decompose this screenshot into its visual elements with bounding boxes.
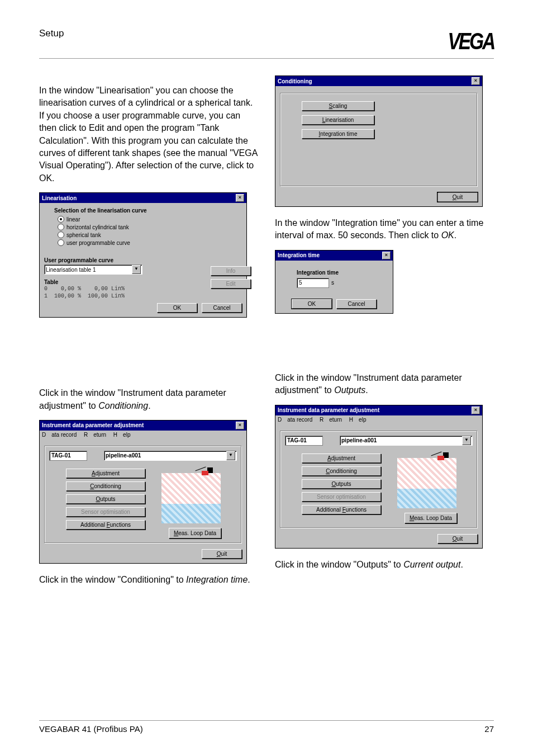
menu-data-record[interactable]: Data record [42,432,77,438]
close-icon[interactable]: × [472,407,480,414]
sensor-icon [439,452,449,462]
menu-help[interactable]: Help [349,417,367,423]
window-title: Instrument data parameter adjustment [278,407,379,413]
sensor-opt-button: Sensor optimisation [302,492,381,502]
footer-product: VEGABAR 41 (Profibus PA) [39,724,143,734]
close-icon[interactable]: × [382,252,391,259]
quit-button[interactable]: Quit [202,549,242,559]
paragraph-integ-time: In the window "Integration time" you can… [275,217,494,242]
outputs-button[interactable]: Outputs [66,494,145,504]
chevron-down-icon[interactable]: ▼ [226,451,235,460]
window-instr-param-left: Instrument data parameter adjustment × D… [39,420,247,564]
sensor-opt-button: Sensor optimisation [66,507,145,517]
group-title: Selection of the linearisation curve [54,207,205,214]
quit-button[interactable]: Quit [437,534,478,544]
radio-label: linear [66,216,80,223]
seconds-unit: s [331,280,334,286]
page-section-title: Setup [39,28,64,39]
page-number: 27 [484,724,494,734]
window-instr-param-right: Instrument data parameter adjustment × D… [275,405,483,549]
menubar: Data record Return Help [40,431,246,439]
radio-label: horizontal cylindrical tank [66,224,129,230]
menu-return[interactable]: Return [320,417,342,423]
menu-return[interactable]: Return [84,432,106,438]
linearisation-button[interactable]: Linearisation [302,115,374,125]
close-icon[interactable]: × [472,77,480,85]
meas-loop-data-button[interactable]: Meas. Loop Data [404,513,457,523]
tank-graphic [161,471,229,523]
close-icon[interactable]: × [236,194,244,202]
adjustment-button[interactable]: Adjustment [302,453,381,463]
additional-functions-button[interactable]: Additional Functions [302,505,381,514]
tag-value-dropdown[interactable]: pipeline-a001 ▼ [104,451,237,461]
integration-time-button[interactable]: Integration time [302,129,374,139]
window-conditioning: Conditioning × Scaling Linearisation Int… [275,75,483,207]
menu-data-record[interactable]: Data record [278,417,312,423]
ok-button[interactable]: OK [292,299,332,309]
adjustment-button[interactable]: Adjustment [66,469,145,478]
window-title: Integration time [278,252,320,258]
quit-button[interactable]: Quit [437,192,478,202]
meas-loop-data-button[interactable]: Meas. Loop Data [169,528,221,538]
paragraph-click-current-output: Click in the window "Outputs" to Current… [275,559,494,571]
dropdown-value: pipeline-a001 [341,437,377,443]
paragraph-click-conditioning: Click in the window "Instrument data par… [39,387,258,412]
sensor-icon [203,467,213,478]
window-title: Linearisation [42,195,77,201]
outputs-button[interactable]: Outputs [302,479,381,489]
lin-table: 0 0,00 % 0,00 Lin% 1 100,00 % 100,00 Lin… [44,285,205,300]
radio-label: spherical tank [66,232,101,238]
radio-linear[interactable] [58,216,64,223]
paragraph-linearisation: In the window "Linearisation" you can ch… [39,84,258,185]
conditioning-button[interactable]: Conditioning [302,466,381,476]
integration-time-label: Integration time [297,270,388,276]
integration-time-input[interactable]: 5 [297,278,329,288]
table-row: 1 100,00 % 100,00 Lin% [44,292,205,300]
table-row: 0 0,00 % 0,00 Lin% [44,285,205,292]
lin-table-dropdown[interactable]: Linearisation table 1 ▼ [44,264,142,275]
cancel-button[interactable]: Cancel [336,299,377,309]
paragraph-click-integration: Click in the window "Conditioning" to In… [39,574,258,586]
window-title: Instrument data parameter adjustment [42,422,144,428]
tag-field: TAG-01 [49,451,87,461]
radio-user-curve[interactable] [58,239,64,246]
dropdown-value: pipeline-a001 [106,452,141,459]
menubar: Data record Return Help [275,415,482,424]
cancel-button[interactable]: Cancel [202,303,242,313]
radio-label: user programmable curve [66,240,130,246]
chevron-down-icon[interactable]: ▼ [462,436,471,445]
close-icon[interactable]: × [236,422,244,429]
radio-horiz-cyl[interactable] [58,224,64,230]
menu-help[interactable]: Help [113,432,131,438]
edit-button[interactable]: Edit [211,279,251,289]
additional-functions-button[interactable]: Additional Functions [66,520,145,530]
dropdown-value: Linearisation table 1 [46,267,96,273]
tank-graphic [397,456,464,508]
scaling-button[interactable]: Scaling [302,101,374,111]
conditioning-button[interactable]: Conditioning [66,481,145,491]
tag-field: TAG-01 [285,436,323,446]
table-label: Table [44,279,205,285]
window-title: Conditioning [278,78,312,84]
chevron-down-icon[interactable]: ▼ [132,265,141,274]
radio-spherical[interactable] [58,231,64,238]
info-button[interactable]: Info [211,266,251,276]
window-integration-time: Integration time × Integration time 5 s … [275,250,393,314]
user-curve-label: User programmable curve [44,257,205,263]
vega-logo: VEGA [448,28,494,55]
window-linearisation: Linearisation × Selection of the lineari… [39,192,247,318]
ok-button[interactable]: OK [157,303,197,313]
paragraph-click-outputs: Click in the window "Instrument data par… [275,372,494,397]
tag-value-dropdown[interactable]: pipeline-a001 ▼ [340,436,473,446]
